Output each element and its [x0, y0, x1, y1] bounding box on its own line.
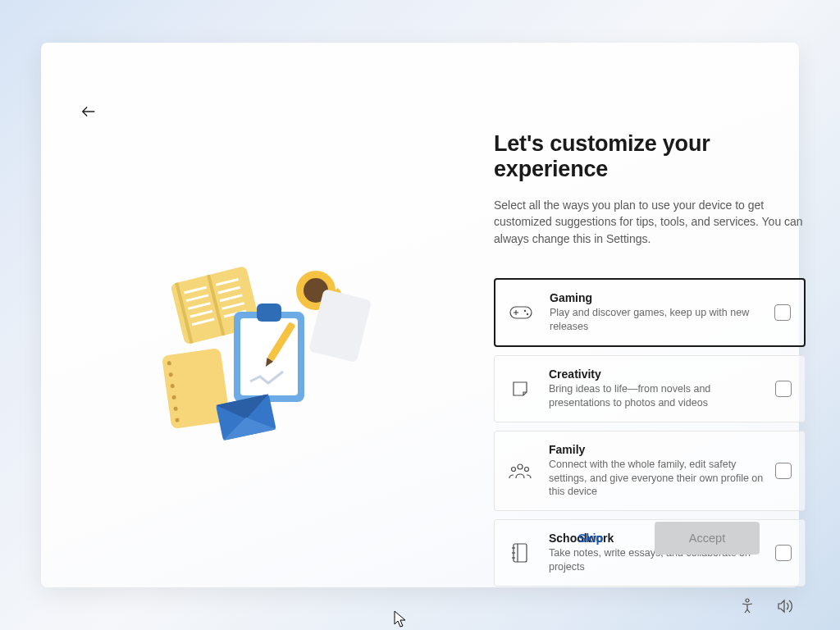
- svg-point-35: [527, 313, 528, 315]
- option-creativity[interactable]: Creativity Bring ideas to life—from nove…: [494, 355, 806, 422]
- checkbox[interactable]: [775, 463, 792, 479]
- option-text: Creativity Bring ideas to life—from nove…: [549, 368, 765, 410]
- option-title: Creativity: [549, 368, 765, 381]
- option-desc: Bring ideas to life—from novels and pres…: [549, 382, 765, 410]
- skip-button[interactable]: Skip: [538, 522, 643, 555]
- svg-rect-18: [257, 304, 281, 322]
- checkbox[interactable]: [775, 545, 792, 561]
- sticky-note-icon: [508, 377, 532, 401]
- arrow-left-icon: [80, 103, 98, 121]
- option-family[interactable]: Family Connect with the whole family, ed…: [494, 431, 806, 512]
- volume-button[interactable]: [776, 597, 794, 615]
- gamepad-icon: [509, 300, 533, 325]
- page-title: Let's customize your experience: [494, 131, 806, 182]
- button-row: Skip Accept: [538, 522, 760, 555]
- volume-icon: [776, 598, 794, 614]
- option-desc: Play and discover games, keep up with ne…: [550, 306, 765, 334]
- option-text: Gaming Play and discover games, keep up …: [550, 291, 765, 334]
- svg-rect-39: [514, 544, 527, 562]
- taskbar-icons: [738, 597, 794, 615]
- cursor-icon: [394, 610, 407, 628]
- svg-point-36: [518, 464, 523, 469]
- svg-point-38: [525, 467, 529, 471]
- svg-point-44: [746, 599, 749, 602]
- accessibility-button[interactable]: [738, 597, 756, 615]
- option-title: Family: [549, 443, 765, 456]
- svg-point-37: [512, 467, 516, 471]
- option-text: Family Connect with the whole family, ed…: [549, 443, 765, 500]
- back-button[interactable]: [72, 95, 105, 128]
- illustration: [152, 264, 398, 469]
- notebook-icon: [508, 541, 532, 565]
- accept-button[interactable]: Accept: [655, 522, 760, 555]
- content-area: Let's customize your experience Select a…: [494, 131, 806, 587]
- checkbox[interactable]: [775, 381, 792, 397]
- svg-rect-31: [510, 307, 532, 318]
- option-title: Gaming: [550, 291, 765, 304]
- option-desc: Connect with the whole family, edit safe…: [549, 458, 765, 500]
- page-subtitle: Select all the ways you plan to use your…: [494, 197, 806, 247]
- people-icon: [508, 459, 532, 483]
- checkbox[interactable]: [774, 304, 791, 321]
- svg-point-34: [524, 310, 526, 312]
- option-gaming[interactable]: Gaming Play and discover games, keep up …: [494, 278, 806, 347]
- accessibility-icon: [739, 598, 756, 614]
- setup-card: Let's customize your experience Select a…: [41, 43, 799, 587]
